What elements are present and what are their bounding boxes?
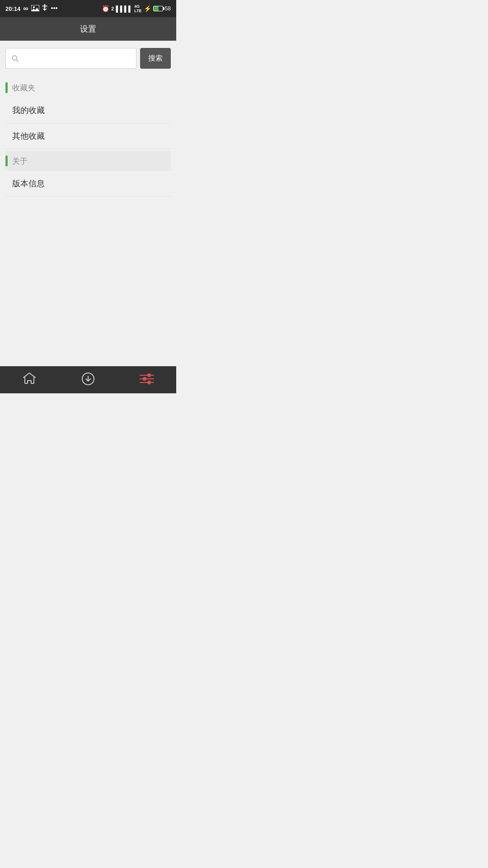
battery-icon — [153, 6, 163, 11]
image-icon — [31, 5, 39, 13]
bolt-icon: ⚡ — [144, 5, 151, 12]
list-item-my-favorites[interactable]: 我的收藏 — [5, 98, 171, 123]
list-item-version-info[interactable]: 版本信息 — [5, 171, 171, 197]
status-right: ⏰ 2 ▌▌▌▌ 4GLTE ⚡ 58 — [102, 4, 171, 13]
sim-icon: 2 — [111, 6, 114, 11]
status-left: 20:14 ∞ — [5, 4, 58, 14]
svg-point-9 — [56, 7, 57, 9]
nav-home[interactable] — [0, 366, 59, 393]
usb-icon — [42, 4, 47, 14]
svg-point-17 — [148, 381, 150, 384]
svg-point-16 — [143, 377, 146, 380]
main-content: 搜索 收藏夹 我的收藏 其他收藏 关于 版本信息 — [0, 41, 176, 366]
svg-point-8 — [53, 7, 55, 9]
my-favorites-label: 我的收藏 — [12, 106, 45, 115]
infinity-icon: ∞ — [23, 5, 28, 13]
svg-rect-5 — [42, 5, 44, 7]
svg-point-1 — [33, 6, 35, 8]
battery-level: 58 — [165, 5, 171, 12]
section-bar-about — [5, 156, 8, 166]
section-about-header: 关于 — [5, 151, 171, 171]
bottom-nav — [0, 366, 176, 393]
page-title: 设置 — [80, 24, 96, 33]
section-bar-favorites — [5, 82, 8, 93]
home-icon — [22, 372, 37, 388]
search-input-wrapper[interactable] — [5, 48, 136, 69]
signal-icon: ▌▌▌▌ — [116, 5, 132, 12]
search-row: 搜索 — [5, 48, 171, 69]
app-bar: 设置 — [0, 17, 176, 41]
download-icon — [81, 372, 95, 388]
alarm-icon: ⏰ — [102, 5, 109, 12]
phone-icon — [50, 5, 58, 13]
search-icon — [10, 54, 19, 63]
version-info-label: 版本信息 — [12, 179, 45, 188]
nav-download[interactable] — [59, 366, 117, 393]
status-bar: 20:14 ∞ ⏰ 2 — [0, 0, 176, 17]
search-button[interactable]: 搜索 — [140, 48, 171, 69]
section-favorites-title: 收藏夹 — [12, 83, 35, 93]
svg-point-15 — [148, 374, 150, 377]
sliders-icon — [139, 373, 155, 387]
svg-rect-6 — [45, 5, 47, 7]
lte-icon: 4GLTE — [134, 4, 141, 13]
section-favorites-header: 收藏夹 — [5, 78, 171, 98]
svg-point-7 — [51, 7, 53, 9]
nav-settings[interactable] — [117, 366, 176, 393]
time-display: 20:14 — [5, 5, 20, 12]
section-about-title: 关于 — [12, 156, 28, 166]
search-input[interactable] — [23, 54, 131, 62]
list-item-other-favorites[interactable]: 其他收藏 — [5, 123, 171, 149]
other-favorites-label: 其他收藏 — [12, 132, 45, 141]
